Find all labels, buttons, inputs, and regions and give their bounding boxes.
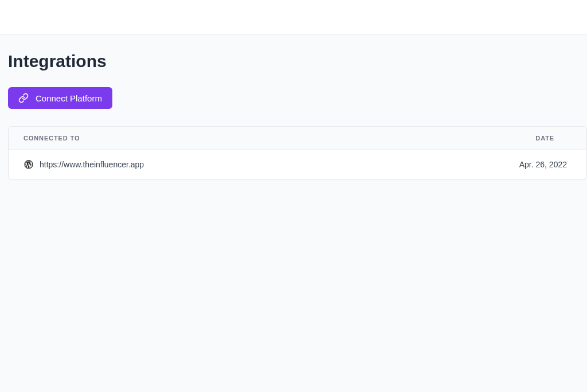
- link-icon: [18, 93, 29, 103]
- wordpress-icon: [24, 159, 34, 170]
- cell-connected-to: https://www.theinfluencer.app: [24, 159, 519, 170]
- integration-url: https://www.theinfluencer.app: [40, 160, 144, 169]
- connect-platform-button[interactable]: Connect Platform: [8, 87, 112, 109]
- column-header-connected-to: CONNECTED TO: [24, 135, 535, 142]
- table-header: CONNECTED TO DATE: [9, 127, 586, 150]
- connect-platform-label: Connect Platform: [36, 93, 102, 103]
- table-row[interactable]: https://www.theinfluencer.app Apr. 26, 2…: [9, 150, 586, 179]
- page-content: Integrations Connect Platform CONNECTED …: [0, 34, 587, 179]
- column-header-date: DATE: [535, 135, 572, 142]
- page-title: Integrations: [8, 52, 587, 71]
- integrations-table: CONNECTED TO DATE https://www.theinfluen…: [8, 126, 587, 179]
- integration-date: Apr. 26, 2022: [519, 160, 572, 169]
- top-bar: [0, 0, 587, 34]
